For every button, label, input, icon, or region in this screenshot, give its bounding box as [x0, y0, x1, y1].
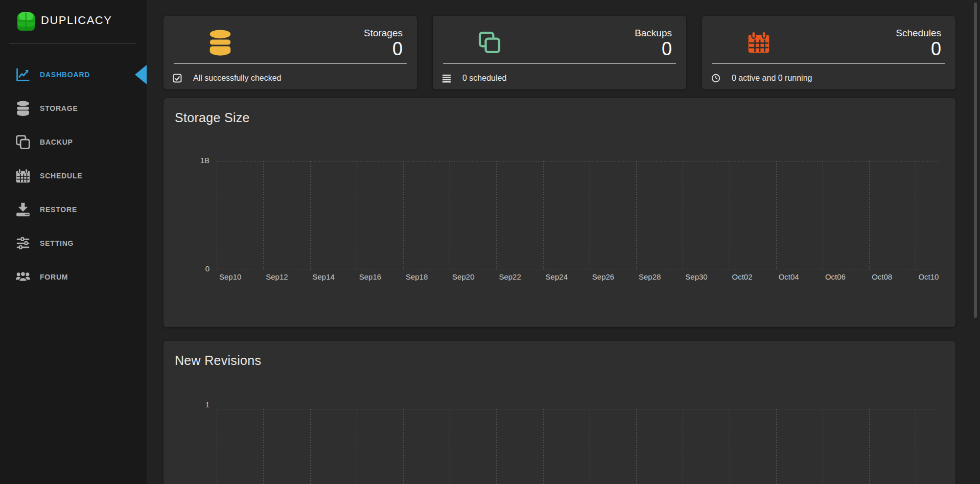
calendar-icon: [747, 29, 771, 56]
card-footer-text: All successfully checked: [193, 74, 282, 83]
card-value: 0: [931, 38, 941, 60]
card-divider: [443, 63, 676, 64]
x-tick-label: Sep16: [359, 272, 381, 281]
x-tick-label: Sep26: [592, 272, 614, 281]
new-revisions-panel: New Revisions 1: [164, 341, 955, 484]
download-icon: [15, 202, 31, 217]
backups-card: Backups 0 0 scheduled: [433, 16, 686, 89]
check-square-icon: [173, 74, 182, 83]
x-tick-label: Sep12: [266, 272, 288, 281]
x-tick-label: Oct02: [732, 272, 753, 281]
copy-icon: [478, 29, 501, 56]
chart-grid: [217, 409, 939, 484]
vertical-scrollbar-thumb[interactable]: [974, 3, 977, 318]
sidebar-item-label: DASHBOARD: [40, 71, 90, 79]
storages-card: Storages 0 All successfully checked: [164, 16, 417, 89]
sidebar-item-storage[interactable]: STORAGE: [0, 91, 147, 125]
x-tick-label: Sep22: [499, 272, 521, 281]
sidebar-item-forum[interactable]: FORUM: [0, 260, 147, 294]
line-chart-icon: [15, 67, 31, 82]
sidebar-divider: [9, 43, 136, 44]
duplicacy-cube-icon: [15, 10, 37, 32]
x-tick-label: Oct04: [779, 272, 799, 281]
x-tick-label: Sep24: [546, 272, 568, 281]
sidebar-item-label: STORAGE: [40, 104, 78, 112]
sidebar-item-label: FORUM: [40, 273, 68, 281]
sidebar-item-schedule[interactable]: SCHEDULE: [0, 159, 147, 193]
x-tick-label: Oct06: [825, 272, 846, 281]
calendar-icon: [15, 168, 31, 183]
x-tick-label: Sep30: [685, 272, 707, 281]
y-tick-label: 1: [165, 400, 209, 409]
list-icon: [442, 74, 451, 83]
clock-icon: [711, 74, 720, 83]
chart-title: New Revisions: [175, 353, 261, 368]
y-tick-label: 0: [165, 264, 209, 273]
sidebar-item-label: SETTING: [40, 239, 74, 247]
chart-grid: [217, 161, 939, 269]
x-tick-label: Oct10: [918, 272, 939, 281]
sidebar: DUPLICACY DASHBOARD STORAGE: [0, 0, 147, 484]
sliders-icon: [15, 236, 31, 251]
app-title: DUPLICACY: [41, 14, 112, 27]
x-tick-label: Oct08: [872, 272, 892, 281]
active-item-marker: [135, 65, 147, 84]
card-footer-text: 0 active and 0 running: [732, 74, 812, 83]
x-tick-label: Sep14: [313, 272, 335, 281]
chart-title: Storage Size: [175, 110, 250, 125]
storage-size-panel: Storage Size 1B 0 Sep10Sep12Sep14Sep16Se…: [164, 98, 955, 327]
sidebar-item-setting[interactable]: SETTING: [0, 226, 147, 260]
sidebar-nav: DASHBOARD STORAGE BACKUP: [0, 58, 147, 294]
x-tick-label: Sep28: [639, 272, 661, 281]
copy-icon: [15, 134, 31, 150]
x-tick-label: Sep20: [452, 272, 474, 281]
card-value: 0: [662, 38, 672, 60]
sidebar-item-restore[interactable]: RESTORE: [0, 193, 147, 226]
y-tick-label: 1B: [165, 156, 209, 165]
sidebar-item-label: BACKUP: [40, 138, 73, 146]
database-icon: [15, 101, 31, 116]
card-divider: [712, 63, 945, 64]
card-footer-text: 0 scheduled: [462, 74, 506, 83]
x-tick-label: Sep18: [406, 272, 428, 281]
schedules-card: Schedules 0 0 active and 0 running: [702, 16, 955, 89]
sidebar-item-label: SCHEDULE: [40, 172, 82, 180]
sidebar-item-backup[interactable]: BACKUP: [0, 125, 147, 159]
x-tick-label: Sep10: [219, 272, 241, 281]
card-divider: [174, 63, 407, 64]
database-icon: [208, 29, 232, 56]
sidebar-item-label: RESTORE: [40, 205, 77, 214]
sidebar-item-dashboard[interactable]: DASHBOARD: [0, 58, 147, 91]
app-logo: DUPLICACY: [0, 9, 147, 34]
card-label: Schedules: [896, 28, 941, 39]
card-label: Backups: [635, 28, 672, 39]
users-icon: [15, 269, 31, 285]
card-value: 0: [392, 38, 403, 60]
card-label: Storages: [364, 28, 403, 39]
chart-x-axis: Sep10Sep12Sep14Sep16Sep18Sep20Sep22Sep24…: [164, 272, 955, 283]
